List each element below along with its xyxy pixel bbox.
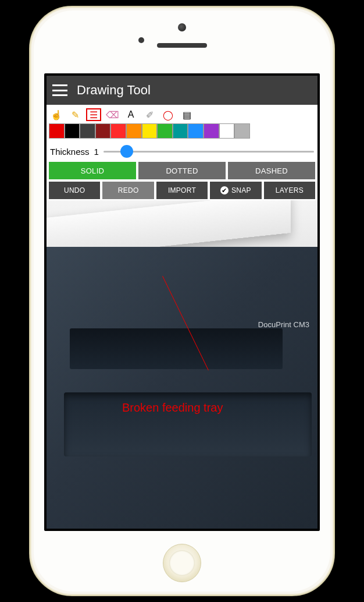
snap-label: SNAP <box>231 186 251 194</box>
printer-model-label: DocuPrint CM3 <box>258 320 309 329</box>
home-button[interactable] <box>163 544 201 582</box>
app-screen: Drawing Tool ☝✎☰⌫A✐◯▤ Thickness 1 SOLID … <box>44 73 320 531</box>
circle-tool[interactable]: ◯ <box>160 108 176 121</box>
slider-thumb-icon[interactable] <box>120 145 133 158</box>
color-swatch-6[interactable] <box>142 123 158 139</box>
thickness-row: Thickness 1 <box>47 142 317 161</box>
redo-button[interactable]: REDO <box>102 182 154 199</box>
color-swatch-3[interactable] <box>95 123 111 139</box>
shape-tool[interactable]: ☰ <box>86 108 101 121</box>
color-swatch-10[interactable] <box>204 123 219 139</box>
color-swatch-2[interactable] <box>80 123 95 139</box>
check-icon: ✔ <box>220 186 229 194</box>
menu-icon[interactable] <box>52 84 67 96</box>
pencil-tool[interactable]: ✎ <box>67 108 83 121</box>
color-swatch-9[interactable] <box>188 123 204 139</box>
text-tool[interactable]: A <box>123 108 138 121</box>
drawing-canvas[interactable]: DocuPrint CM3 Broken feeding tray <box>47 200 317 529</box>
speaker-icon <box>157 43 207 48</box>
thickness-slider[interactable] <box>104 144 314 158</box>
style-dashed-button[interactable]: DASHED <box>228 162 315 179</box>
app-title: Drawing Tool <box>77 83 151 98</box>
brush-tool[interactable]: ✐ <box>142 108 157 121</box>
thickness-value: 1 <box>94 147 99 157</box>
color-swatch-5[interactable] <box>126 123 142 139</box>
slider-track <box>104 151 314 153</box>
photo-printer-body <box>47 247 317 529</box>
color-swatch-8[interactable] <box>173 123 188 139</box>
color-swatch-11[interactable] <box>219 123 235 139</box>
pointer-tool[interactable]: ☝ <box>49 108 64 121</box>
app-header: Drawing Tool <box>47 76 317 105</box>
annotation-text[interactable]: Broken feeding tray <box>122 401 223 415</box>
undo-button[interactable]: UNDO <box>49 182 100 199</box>
layers-button[interactable]: LAYERS <box>264 182 315 199</box>
color-swatch-7[interactable] <box>157 123 173 139</box>
color-palette <box>47 122 317 142</box>
front-camera-icon <box>178 23 186 31</box>
color-swatch-1[interactable] <box>65 123 80 139</box>
stamp-tool[interactable]: ▤ <box>179 108 194 121</box>
snap-button[interactable]: ✔ SNAP <box>210 182 261 199</box>
line-style-row: SOLID DOTTED DASHED <box>47 161 317 180</box>
eraser-tool[interactable]: ⌫ <box>105 108 120 121</box>
sensor-icon <box>138 37 144 43</box>
style-solid-button[interactable]: SOLID <box>49 162 136 179</box>
phone-frame: Drawing Tool ☝✎☰⌫A✐◯▤ Thickness 1 SOLID … <box>29 6 335 596</box>
action-row: UNDO REDO IMPORT ✔ SNAP LAYERS <box>47 180 317 200</box>
photo-printer-slot <box>70 328 283 369</box>
style-dotted-button[interactable]: DOTTED <box>138 162 226 179</box>
color-swatch-12[interactable] <box>234 123 250 139</box>
thickness-label: Thickness <box>50 147 90 157</box>
tool-row: ☝✎☰⌫A✐◯▤ <box>47 105 317 122</box>
import-button[interactable]: IMPORT <box>156 182 208 199</box>
color-swatch-0[interactable] <box>49 123 65 139</box>
color-swatch-4[interactable] <box>110 123 126 139</box>
